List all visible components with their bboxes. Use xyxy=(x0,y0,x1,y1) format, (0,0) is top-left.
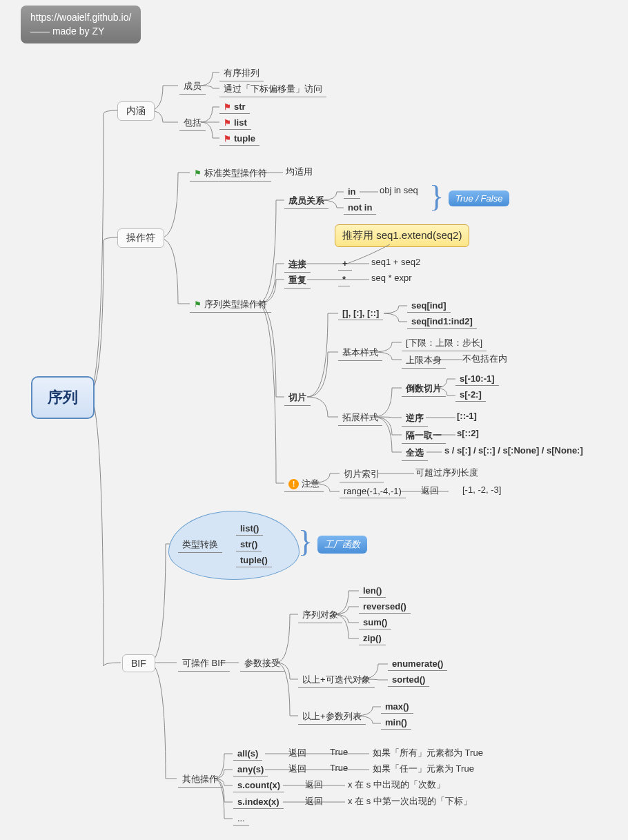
leaf: 返回 xyxy=(421,485,439,497)
leaf: seq[ind1:ind2] xyxy=(407,315,477,329)
leaf: * xyxy=(338,273,350,286)
leaf: seq[ind] xyxy=(407,299,451,313)
leaf: [-1, -2, -3] xyxy=(462,485,501,495)
node-bif: BIF xyxy=(122,654,155,672)
leaf: tuple() xyxy=(236,554,272,567)
leaf: zip() xyxy=(359,632,386,645)
leaf: max() xyxy=(381,700,413,714)
leaf: list() xyxy=(236,522,263,536)
leaf: sum() xyxy=(359,616,391,629)
leaf: True xyxy=(330,747,348,757)
node-geyi: 隔一取一 xyxy=(402,428,446,444)
leaf: s[-10:-1] xyxy=(455,372,499,386)
leaf: seq * expr xyxy=(371,273,412,283)
node-xulieobj: 序列对象 xyxy=(298,607,342,623)
node-daoshu: 倒数切片 xyxy=(402,381,446,397)
leaf: 不包括在内 xyxy=(462,353,507,365)
leaf: 如果「所有」元素都为 True xyxy=(373,747,483,759)
node-chongfu: 重复 xyxy=(284,273,311,289)
leaf: x 在 s 中出现的「次数」 xyxy=(348,779,445,791)
leaf: 返回 xyxy=(305,795,323,808)
leaf: 如果「任一」元素为 True xyxy=(373,763,474,775)
node-kebif: 可操作 BIF xyxy=(178,656,230,672)
leaf: [下限：上限：步长] xyxy=(402,335,487,351)
leaf: s / s[:] / s[::] / s[:None] / s[None:] xyxy=(444,445,583,456)
leaf: 切片索引 xyxy=(340,467,384,482)
leaf: sorted() xyxy=(388,673,429,687)
leaf-more: ... xyxy=(233,812,249,826)
leaf: enumerate() xyxy=(388,657,447,671)
node-jiben: 基本样式 xyxy=(338,345,382,361)
leaf: + xyxy=(338,257,352,271)
node-canshu: 参数接受 xyxy=(240,656,284,672)
node-qita: 其他操作 xyxy=(178,772,222,788)
leaf: s[::2] xyxy=(457,428,479,438)
leaf: 上限本身 xyxy=(402,353,446,369)
leaf: 返回 xyxy=(305,779,323,791)
node-nixu: 逆序 xyxy=(402,411,428,427)
badge-factory: 工厂函数 xyxy=(317,536,367,554)
node-qiepian: 切片 xyxy=(284,390,311,406)
node-zhuanhuan: 类型转换 xyxy=(178,537,222,553)
node-canshuliebiao: 以上+参数列表 xyxy=(298,709,366,725)
leaf: any(s) xyxy=(233,763,268,776)
leaf: len() xyxy=(359,584,386,598)
node-quanxuan: 全选 xyxy=(402,445,428,461)
leaf: range(-1,-4,-1) xyxy=(340,485,406,498)
node-lianjie: 连接 xyxy=(284,257,311,273)
leaf: True xyxy=(330,763,348,773)
leaf: x 在 s 中第一次出现的「下标」 xyxy=(348,795,472,808)
warn-icon: ! xyxy=(288,479,299,489)
leaf: str() xyxy=(236,538,262,551)
leaf: s.count(x) xyxy=(233,779,284,792)
leaf: reversed() xyxy=(359,600,411,614)
node-zhuyi: !注意 xyxy=(284,476,324,492)
leaf: 返回 xyxy=(288,747,306,759)
leaf: [::-1] xyxy=(457,411,477,421)
leaf: s.index(x) xyxy=(233,795,284,809)
leaf: all(s) xyxy=(233,747,262,761)
leaf: s[-2:] xyxy=(455,388,486,402)
node-tuozhan: 拓展样式 xyxy=(338,410,382,426)
leaf: 返回 xyxy=(288,763,306,775)
leaf: seq1 + seq2 xyxy=(371,257,420,267)
node-kediedai: 以上+可迭代对象 xyxy=(298,672,375,688)
leaf: min() xyxy=(381,716,411,730)
brace-icon: } xyxy=(298,531,313,553)
leaf: [], [:], [::] xyxy=(338,306,383,320)
leaf: 可超过序列长度 xyxy=(415,467,478,479)
